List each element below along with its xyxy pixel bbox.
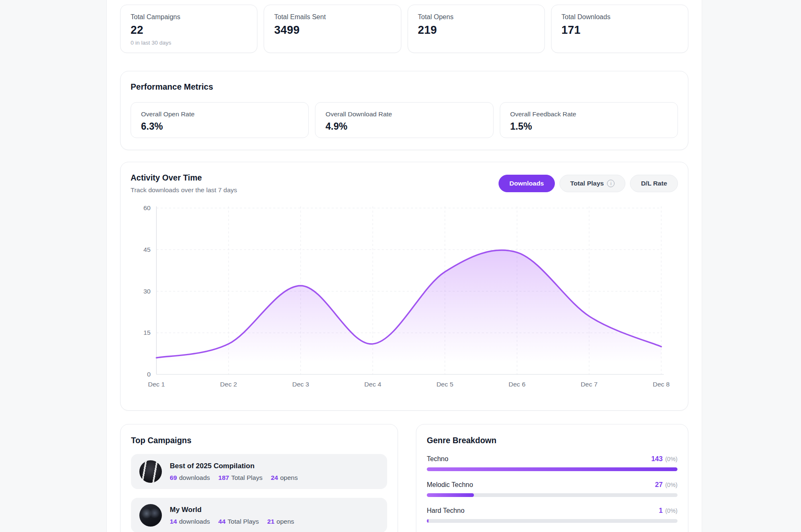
campaign-downloads-label: downloads (179, 518, 210, 525)
svg-text:45: 45 (144, 246, 151, 253)
campaign-opens-label: opens (280, 474, 297, 481)
svg-text:Dec 5: Dec 5 (436, 381, 453, 388)
genre-progress-track (427, 467, 678, 471)
campaign-list-item[interactable]: Best of 2025 Compilation 69downloads 187… (131, 454, 387, 489)
stat-label: Total Opens (418, 13, 534, 21)
metric-label: Overall Feedback Rate (510, 110, 668, 118)
dashboard-main: Total Campaigns 22 0 in last 30 days Tot… (106, 0, 702, 532)
metric-value: 4.9% (325, 121, 483, 132)
genre-count: 1 (659, 507, 662, 514)
svg-text:Dec 6: Dec 6 (509, 381, 526, 388)
activity-over-time-panel: Activity Over Time Track downloads over … (120, 162, 688, 411)
campaign-artwork (139, 504, 162, 527)
info-icon: i (607, 180, 615, 187)
metric-value: 6.3% (141, 121, 298, 132)
stat-value: 22 (131, 24, 247, 37)
svg-text:Dec 3: Dec 3 (292, 381, 309, 388)
metric-card-download-rate: Overall Download Rate 4.9% (315, 102, 493, 138)
svg-text:60: 60 (144, 204, 151, 211)
campaign-artwork (139, 460, 162, 483)
metric-card-feedback-rate: Overall Feedback Rate 1.5% (500, 102, 678, 138)
campaign-opens-label: opens (277, 518, 294, 525)
genre-percent: (0%) (665, 482, 678, 488)
genre-progress-fill (427, 493, 474, 497)
metric-label: Overall Download Rate (325, 110, 483, 118)
campaign-stats: 14downloads 44Total Plays 21opens (170, 518, 294, 525)
genre-name: Hard Techno (427, 507, 464, 514)
metric-label: Overall Open Rate (141, 110, 298, 118)
genre-row-hard-techno: Hard Techno 1(0%) (427, 507, 678, 523)
svg-text:Dec 4: Dec 4 (364, 381, 381, 388)
campaign-opens-count: 21 (267, 518, 275, 525)
top-campaigns-title: Top Campaigns (131, 436, 387, 445)
svg-text:Dec 8: Dec 8 (653, 381, 670, 388)
stat-label: Total Emails Sent (274, 13, 390, 21)
genre-count: 27 (655, 481, 662, 488)
stat-card-total-emails: Total Emails Sent 3499 (264, 5, 401, 53)
performance-metrics-title: Performance Metrics (131, 82, 678, 92)
stat-card-total-downloads: Total Downloads 171 (551, 5, 688, 53)
performance-metrics-panel: Performance Metrics Overall Open Rate 6.… (120, 71, 688, 150)
campaign-plays-label: Total Plays (231, 474, 262, 481)
genre-percent: (0%) (665, 456, 678, 462)
performance-metrics-grid: Overall Open Rate 6.3% Overall Download … (131, 102, 678, 138)
genre-row-melodic-techno: Melodic Techno 27(0%) (427, 481, 678, 497)
genre-progress-track (427, 519, 678, 523)
stat-value: 219 (418, 24, 534, 37)
svg-text:15: 15 (144, 329, 151, 336)
campaign-name: My World (170, 506, 294, 514)
genre-progress-fill (427, 519, 429, 523)
campaign-stats: 69downloads 187Total Plays 24opens (170, 474, 298, 482)
svg-text:0: 0 (147, 371, 151, 378)
toggle-total-plays-label: Total Plays (570, 180, 604, 187)
campaign-downloads-count: 14 (170, 518, 177, 525)
stat-card-total-campaigns: Total Campaigns 22 0 in last 30 days (120, 5, 257, 53)
genre-name: Techno (427, 455, 448, 463)
campaign-plays-count: 187 (218, 474, 229, 481)
metric-value: 1.5% (510, 121, 668, 132)
campaign-downloads-count: 69 (170, 474, 177, 481)
svg-text:Dec 1: Dec 1 (148, 381, 165, 388)
stats-row: Total Campaigns 22 0 in last 30 days Tot… (120, 5, 688, 53)
toggle-downloads-button[interactable]: Downloads (499, 175, 555, 192)
svg-text:Dec 2: Dec 2 (220, 381, 237, 388)
campaign-plays-label: Total Plays (228, 518, 259, 525)
campaign-plays-count: 44 (218, 518, 225, 525)
stat-card-total-opens: Total Opens 219 (408, 5, 545, 53)
stat-subtext: 0 in last 30 days (131, 40, 247, 46)
bottom-row: Top Campaigns Best of 2025 Compilation 6… (120, 424, 688, 532)
genre-breakdown-panel: Genre Breakdown Techno 143(0%) Melodic T… (416, 424, 688, 532)
genre-count: 143 (651, 455, 663, 462)
toggle-total-plays-button[interactable]: Total Plays i (559, 175, 626, 192)
activity-subtitle: Track downloads over the last 7 days (131, 186, 237, 194)
genre-progress-track (427, 493, 678, 497)
svg-text:30: 30 (144, 288, 151, 295)
genre-percent: (0%) (665, 507, 678, 514)
campaign-downloads-label: downloads (179, 474, 210, 481)
svg-text:Dec 7: Dec 7 (581, 381, 598, 388)
toggle-dl-rate-button[interactable]: D/L Rate (630, 175, 678, 192)
genre-progress-fill (427, 467, 678, 471)
stat-label: Total Downloads (562, 13, 678, 21)
top-campaigns-panel: Top Campaigns Best of 2025 Compilation 6… (120, 424, 398, 532)
campaign-list-item[interactable]: My World 14downloads 44Total Plays 21ope… (131, 498, 387, 532)
campaign-name: Best of 2025 Compilation (170, 462, 298, 470)
genre-row-techno: Techno 143(0%) (427, 455, 678, 471)
stat-value: 3499 (274, 24, 390, 37)
campaign-opens-count: 24 (271, 474, 278, 481)
activity-title: Activity Over Time (131, 173, 237, 183)
genre-name: Melodic Techno (427, 481, 473, 489)
chart-toggle-group: Downloads Total Plays i D/L Rate (499, 175, 678, 192)
metric-card-open-rate: Overall Open Rate 6.3% (131, 102, 309, 138)
genre-breakdown-title: Genre Breakdown (427, 436, 678, 445)
activity-header: Activity Over Time Track downloads over … (131, 173, 678, 194)
downloads-area-chart: Dec 1Dec 2Dec 3Dec 4Dec 5Dec 6Dec 7Dec 8… (131, 203, 678, 393)
stat-value: 171 (562, 24, 678, 37)
stat-label: Total Campaigns (131, 13, 247, 21)
